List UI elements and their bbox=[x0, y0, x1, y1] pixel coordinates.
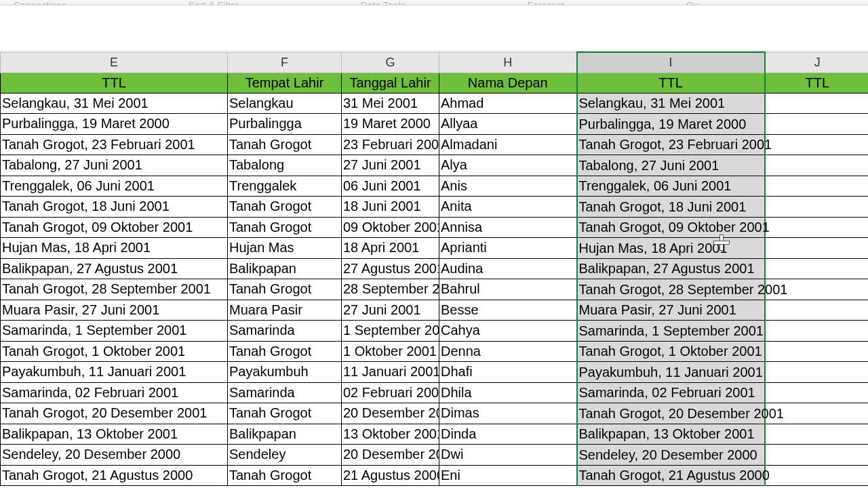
cell-I[interactable]: Purbalingga, 19 Maret 2000 bbox=[577, 114, 765, 135]
table-row[interactable]: Sendeley, 20 Desember 2000Sendeley20 Des… bbox=[1, 445, 869, 466]
cell-H[interactable]: Annisa bbox=[439, 217, 577, 238]
field-header-cell[interactable]: Nama Depan bbox=[439, 73, 577, 93]
cell-G[interactable]: 21 Agustus 2000 bbox=[342, 465, 439, 486]
table-row[interactable]: Selangkau, 31 Mei 2001Selangkau31 Mei 20… bbox=[1, 93, 869, 114]
column-header-J[interactable]: J bbox=[765, 52, 869, 73]
cell-E[interactable]: Tanah Grogot, 21 Agustus 2000 bbox=[1, 465, 228, 486]
cell-J[interactable] bbox=[765, 300, 869, 321]
cell-G[interactable]: 27 Agustus 2001 bbox=[342, 258, 439, 279]
cell-E[interactable]: Tanah Grogot, 1 Oktober 2001 bbox=[1, 341, 228, 362]
cell-F[interactable]: Selangkau bbox=[228, 93, 342, 114]
cell-F[interactable]: Tanah Grogot bbox=[228, 134, 342, 155]
cell-J[interactable] bbox=[765, 321, 869, 342]
cell-F[interactable]: Tanah Grogot bbox=[228, 279, 342, 300]
cell-J[interactable] bbox=[765, 258, 869, 279]
table-row[interactable]: Trenggalek, 06 Juni 2001Trenggalek06 Jun… bbox=[1, 176, 869, 197]
cell-H[interactable]: Dinda bbox=[439, 424, 577, 445]
cell-H[interactable]: Besse bbox=[439, 300, 577, 321]
cell-H[interactable]: Cahya bbox=[439, 321, 577, 342]
cell-I[interactable]: Balikpapan, 13 Oktober 2001 bbox=[577, 424, 765, 445]
cell-F[interactable]: Hujan Mas bbox=[228, 238, 342, 259]
cell-J[interactable] bbox=[765, 176, 869, 197]
cell-G[interactable]: 1 September 2001 bbox=[342, 321, 439, 342]
table-row[interactable]: Tabalong, 27 Juni 2001Tabalong27 Juni 20… bbox=[1, 155, 869, 176]
cell-G[interactable]: 06 Juni 2001 bbox=[342, 176, 439, 197]
cell-G[interactable]: 19 Maret 2000 bbox=[342, 114, 439, 135]
cell-H[interactable]: Allyaa bbox=[439, 114, 577, 135]
cell-H[interactable]: Alya bbox=[439, 155, 577, 176]
table-row[interactable]: Samarinda, 1 September 2001Samarinda1 Se… bbox=[1, 321, 869, 342]
cell-E[interactable]: Tanah Grogot, 23 Februari 2001 bbox=[1, 134, 228, 155]
cell-F[interactable]: Tanah Grogot bbox=[228, 341, 342, 362]
cell-G[interactable]: 31 Mei 2001 bbox=[342, 93, 439, 114]
cell-E[interactable]: Trenggalek, 06 Juni 2001 bbox=[1, 176, 228, 197]
table-row[interactable]: Payakumbuh, 11 Januari 2001Payakumbuh11 … bbox=[1, 362, 869, 383]
cell-F[interactable]: Sendeley bbox=[228, 445, 342, 466]
cell-I[interactable]: Hujan Mas, 18 Apri 2001 bbox=[577, 238, 765, 259]
cell-J[interactable] bbox=[765, 382, 869, 403]
cell-I[interactable]: Selangkau, 31 Mei 2001 bbox=[577, 93, 765, 114]
cell-H[interactable]: Anis bbox=[439, 176, 577, 197]
column-header-I[interactable]: I bbox=[577, 52, 765, 73]
cell-E[interactable]: Purbalingga, 19 Maret 2000 bbox=[1, 114, 228, 135]
cell-I[interactable]: Tanah Grogot, 23 Februari 2001 bbox=[577, 134, 765, 155]
cell-H[interactable]: Eni bbox=[439, 465, 577, 486]
cell-F[interactable]: Purbalingga bbox=[228, 114, 342, 135]
table-row[interactable]: Tanah Grogot, 09 Oktober 2001Tanah Grogo… bbox=[1, 217, 869, 238]
cell-F[interactable]: Tanah Grogot bbox=[228, 197, 342, 218]
cell-H[interactable]: Dhafi bbox=[439, 362, 577, 383]
cell-E[interactable]: Samarinda, 1 September 2001 bbox=[1, 321, 228, 342]
worksheet-table[interactable]: E F G H I J TTL Tempat Lahir Tanggal Lah… bbox=[0, 52, 868, 486]
cell-J[interactable] bbox=[765, 424, 869, 445]
cell-J[interactable] bbox=[765, 197, 869, 218]
cell-I[interactable]: Samarinda, 02 Februari 2001 bbox=[577, 382, 765, 403]
cell-H[interactable]: Audina bbox=[439, 258, 577, 279]
cell-F[interactable]: Samarinda bbox=[228, 382, 342, 403]
cell-I[interactable]: Sendeley, 20 Desember 2000 bbox=[577, 445, 765, 466]
cell-F[interactable]: Balikpapan bbox=[228, 258, 342, 279]
cell-I[interactable]: Muara Pasir, 27 Juni 2001 bbox=[577, 300, 765, 321]
spreadsheet-grid[interactable]: E F G H I J TTL Tempat Lahir Tanggal Lah… bbox=[0, 52, 868, 488]
cell-F[interactable]: Payakumbuh bbox=[228, 362, 342, 383]
cell-E[interactable]: Balikpapan, 27 Agustus 2001 bbox=[1, 258, 228, 279]
cell-I[interactable]: Tabalong, 27 Juni 2001 bbox=[577, 155, 765, 176]
table-row[interactable]: Balikpapan, 13 Oktober 2001Balikpapan13 … bbox=[1, 424, 869, 445]
cell-E[interactable]: Tanah Grogot, 20 Desember 2001 bbox=[1, 403, 228, 424]
cell-H[interactable]: Dhila bbox=[439, 382, 577, 403]
table-row[interactable]: Tanah Grogot, 21 Agustus 2000Tanah Grogo… bbox=[1, 465, 869, 486]
cell-G[interactable]: 18 Juni 2001 bbox=[342, 197, 439, 218]
cell-I[interactable]: Tanah Grogot, 20 Desember 2001 bbox=[577, 403, 765, 424]
cell-G[interactable]: 28 September 2001 bbox=[342, 279, 439, 300]
column-header-F[interactable]: F bbox=[228, 52, 342, 73]
column-header-row[interactable]: E F G H I J bbox=[1, 52, 869, 73]
cell-J[interactable] bbox=[765, 362, 869, 383]
cell-G[interactable]: 13 Oktober 2001 bbox=[342, 424, 439, 445]
cell-F[interactable]: Samarinda bbox=[228, 321, 342, 342]
cell-G[interactable]: 1 Oktober 2001 bbox=[342, 341, 439, 362]
cell-J[interactable] bbox=[765, 465, 869, 486]
cell-J[interactable] bbox=[765, 341, 869, 362]
cell-G[interactable]: 20 Desember 2000 bbox=[342, 445, 439, 466]
cell-I[interactable]: Balikpapan, 27 Agustus 2001 bbox=[577, 258, 765, 279]
table-row[interactable]: Tanah Grogot, 23 Februari 2001Tanah Grog… bbox=[1, 134, 869, 155]
cell-H[interactable]: Bahrul bbox=[439, 279, 577, 300]
cell-H[interactable]: Almadani bbox=[439, 134, 577, 155]
cell-E[interactable]: Tanah Grogot, 09 Oktober 2001 bbox=[1, 217, 228, 238]
cell-H[interactable]: Dimas bbox=[439, 403, 577, 424]
cell-I[interactable]: Tanah Grogot, 21 Agustus 2000 bbox=[577, 465, 765, 486]
cell-F[interactable]: Tabalong bbox=[228, 155, 342, 176]
cell-I[interactable]: Tanah Grogot, 09 Oktober 2001 bbox=[577, 217, 765, 238]
column-header-G[interactable]: G bbox=[342, 52, 439, 73]
cell-G[interactable]: 27 Juni 2001 bbox=[342, 155, 439, 176]
cell-I[interactable]: Payakumbuh, 11 Januari 2001 bbox=[577, 362, 765, 383]
table-row[interactable]: Balikpapan, 27 Agustus 2001Balikpapan27 … bbox=[1, 258, 869, 279]
table-row[interactable]: Muara Pasir, 27 Juni 2001Muara Pasir27 J… bbox=[1, 300, 869, 321]
cell-J[interactable] bbox=[765, 445, 869, 466]
cell-J[interactable] bbox=[765, 114, 869, 135]
table-row[interactable]: Tanah Grogot, 1 Oktober 2001Tanah Grogot… bbox=[1, 341, 869, 362]
cell-I[interactable]: Tanah Grogot, 18 Juni 2001 bbox=[577, 197, 765, 218]
table-row[interactable]: Samarinda, 02 Februari 2001Samarinda02 F… bbox=[1, 382, 869, 403]
cell-G[interactable]: 27 Juni 2001 bbox=[342, 300, 439, 321]
cell-I[interactable]: Samarinda, 1 September 2001 bbox=[577, 321, 765, 342]
cell-H[interactable]: Aprianti bbox=[439, 238, 577, 259]
